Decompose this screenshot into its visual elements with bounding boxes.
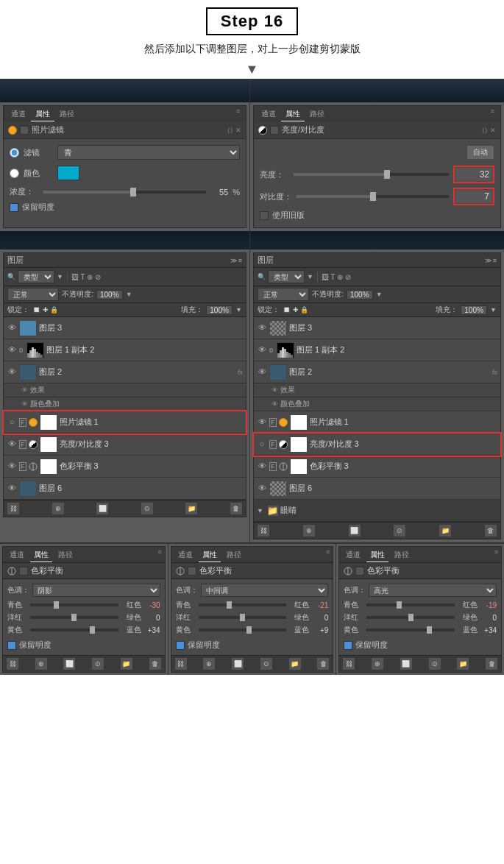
cb-preserve-checkbox-shadow[interactable] — [7, 641, 16, 650]
delete-btn-left[interactable]: 🗑 — [230, 503, 242, 514]
expand-btn-left[interactable]: ≫ — [230, 257, 237, 264]
cb-delete-btn-highlights[interactable]: 🗑 — [486, 658, 497, 670]
cb-tab-channels-highlights[interactable]: 通道 — [342, 548, 364, 562]
fill-dropdown-left[interactable]: ▼ — [235, 306, 242, 314]
layer-item-3-right[interactable]: 👁 图层 3 — [254, 317, 500, 339]
cb-mask-btn-midtones[interactable]: ⬜ — [232, 658, 244, 670]
eye-icon-2-right[interactable]: 👁 — [257, 367, 267, 378]
cb-mg-track-shadow[interactable] — [30, 616, 118, 619]
cb-tone-select-midtones[interactable]: 中间调 — [201, 584, 329, 597]
cb-cr-thumb-shadow[interactable] — [54, 601, 59, 609]
cb-adj-btn-midtones[interactable]: ⊙ — [260, 658, 272, 670]
cb-menu-shadow[interactable]: ≡ — [157, 548, 161, 562]
type-select-right[interactable]: 类型 — [268, 270, 305, 283]
opacity-input-right[interactable] — [347, 290, 373, 300]
layer-item-eyes-right[interactable]: ▼ 📁 眼睛 — [254, 500, 500, 522]
cb-tab-channels-midtones[interactable]: 通道 — [174, 548, 196, 562]
group-btn-left[interactable]: 📁 — [185, 503, 197, 514]
cb-mg-thumb-midtones[interactable] — [240, 614, 245, 621]
link-btn-right[interactable]: ⛓ — [258, 525, 269, 537]
cb-style-btn-highlights[interactable]: ⊕ — [372, 658, 383, 670]
cb-mg-thumb-highlights[interactable] — [408, 614, 414, 621]
sub-eye-effect-right[interactable]: 👁 — [271, 386, 278, 394]
style-btn-right[interactable]: ⊕ — [303, 525, 315, 537]
cb-link-btn-shadow[interactable]: ⛓ — [7, 658, 18, 670]
cb-style-btn-midtones[interactable]: ⊕ — [203, 658, 215, 670]
layer-item-cb3-right[interactable]: 👁 F 色彩平衡 3 — [254, 456, 500, 478]
cb-tab-properties-shadow[interactable]: 属性 — [30, 548, 52, 562]
cb-cr-track-shadow[interactable] — [30, 603, 118, 606]
cb-cr-thumb-highlights[interactable] — [397, 601, 402, 609]
cb-yb-thumb-shadow[interactable] — [90, 626, 95, 634]
cb-yb-track-shadow[interactable] — [30, 628, 118, 631]
legacy-checkbox[interactable] — [260, 211, 269, 220]
style-btn-left[interactable]: ⊕ — [52, 503, 64, 514]
cb-tab-properties-highlights[interactable]: 属性 — [366, 548, 388, 562]
cb-yb-thumb-midtones[interactable] — [246, 626, 252, 634]
close-icon-right[interactable]: ✕ — [490, 127, 496, 134]
layer-item-pf1-left[interactable]: ○ F 照片滤镜 1 — [4, 411, 246, 433]
cb-cr-track-midtones[interactable] — [199, 603, 287, 606]
filter-select[interactable]: 青 — [57, 145, 240, 160]
layer-item-pf1-right[interactable]: 👁 F 照片滤镜 1 — [254, 411, 500, 433]
eye-icon-copy2-right[interactable]: 👁 — [257, 345, 267, 355]
cb-delete-btn-shadow[interactable]: 🗑 — [149, 658, 161, 670]
cb-style-btn-shadow[interactable]: ⊕ — [35, 658, 47, 670]
layer-item-copy2-right[interactable]: 👁 0 图层 1 副本 2 — [254, 339, 500, 361]
contrast-slider[interactable] — [297, 195, 449, 198]
brightness-thumb[interactable] — [384, 170, 390, 179]
panel-menu-icon-right[interactable]: ≡ — [491, 107, 497, 121]
link-btn-left[interactable]: ⛓ — [7, 503, 19, 514]
eye-icon-bc3-left[interactable]: 👁 — [7, 439, 17, 450]
brightness-value-input[interactable] — [455, 168, 492, 181]
expand-btn-right[interactable]: ≫ — [485, 257, 491, 264]
cb-cr-thumb-midtones[interactable] — [227, 601, 232, 609]
tab-paths-left[interactable]: 路径 — [55, 107, 79, 121]
eye-icon-3-left[interactable]: 👁 — [7, 323, 17, 333]
filter-radio[interactable] — [10, 148, 19, 157]
cb-tone-select-shadow[interactable]: 阴影 — [32, 584, 160, 597]
delete-btn-right[interactable]: 🗑 — [485, 525, 497, 537]
menu-btn-right[interactable]: ≡ — [493, 257, 497, 264]
layer-item-bc3-right[interactable]: ○ F 亮度/对比度 3 — [254, 433, 500, 456]
fill-input-right[interactable] — [461, 305, 487, 315]
cb-link-btn-midtones[interactable]: ⛓ — [175, 658, 187, 670]
cb-mg-thumb-shadow[interactable] — [71, 614, 77, 621]
blend-mode-select-right[interactable]: 正常 — [258, 288, 309, 301]
sub-eye-effect-left[interactable]: 👁 — [21, 386, 28, 394]
tab-channels-right[interactable]: 通道 — [257, 107, 280, 121]
contrast-thumb[interactable] — [370, 192, 376, 201]
eye-icon-copy2-left[interactable]: 👁 — [7, 345, 17, 355]
cb-yb-track-highlights[interactable] — [366, 628, 455, 631]
eye-icon-bc3-right[interactable]: ○ — [257, 439, 267, 450]
adj-btn-right[interactable]: ⊙ — [394, 525, 405, 537]
cb-mg-track-highlights[interactable] — [366, 616, 455, 619]
color-swatch[interactable] — [57, 166, 79, 180]
cb-mask-btn-highlights[interactable]: ⬜ — [400, 658, 412, 670]
fill-dropdown-right[interactable]: ▼ — [490, 306, 497, 314]
tab-paths-right[interactable]: 路径 — [305, 107, 329, 121]
layer-item-2-right[interactable]: 👁 图层 2 fx — [254, 361, 500, 383]
brightness-slider[interactable] — [294, 173, 449, 176]
tab-properties-left[interactable]: 属性 — [31, 107, 54, 121]
cb-group-btn-midtones[interactable]: 📁 — [289, 658, 301, 670]
eye-icon-pf1-right[interactable]: 👁 — [257, 417, 267, 428]
cb-preserve-checkbox-highlights[interactable] — [344, 641, 352, 650]
contrast-value-input[interactable] — [455, 190, 492, 203]
auto-button[interactable]: 自动 — [466, 145, 494, 160]
adj-btn-left[interactable]: ⊙ — [141, 503, 153, 514]
cb-tab-paths-midtones[interactable]: 路径 — [223, 548, 245, 562]
sub-eye-color-right[interactable]: 👁 — [271, 400, 278, 408]
cb-menu-midtones[interactable]: ≡ — [326, 548, 330, 562]
sub-eye-color-left[interactable]: 👁 — [21, 400, 28, 408]
cb-menu-highlights[interactable]: ≡ — [494, 548, 498, 562]
cb-group-btn-shadow[interactable]: 📁 — [121, 658, 132, 670]
mask-btn-right[interactable]: ⬜ — [349, 525, 361, 537]
layer-item-cb3-left[interactable]: 👁 F 色彩平衡 3 — [4, 456, 246, 478]
concentration-slider[interactable] — [43, 191, 206, 194]
cb-tab-paths-shadow[interactable]: 路径 — [54, 548, 77, 562]
menu-btn-left[interactable]: ≡ — [238, 257, 242, 264]
eye-icon-cb3-right[interactable]: 👁 — [257, 461, 267, 472]
panel-menu-icon-left[interactable]: ≡ — [236, 107, 243, 121]
opacity-input-left[interactable] — [96, 290, 123, 300]
